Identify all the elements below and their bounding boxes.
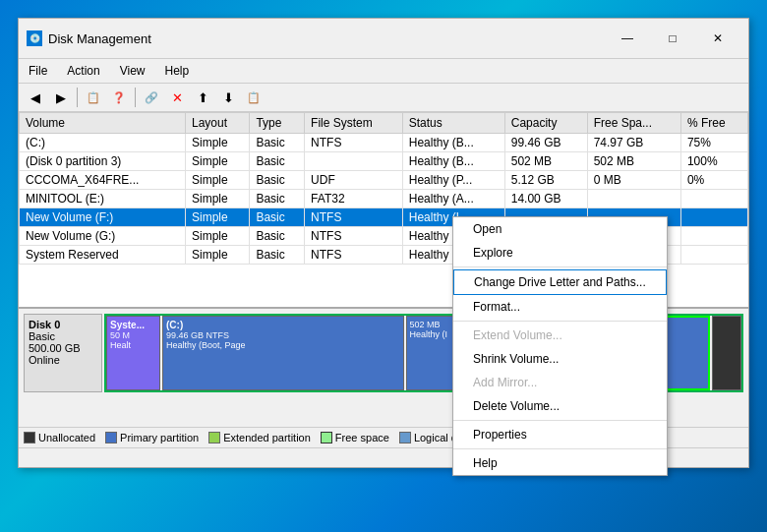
toolbar-btn-9[interactable]: 📋	[242, 87, 266, 108]
context-menu-item-change-drive[interactable]: Change Drive Letter and Paths...	[453, 269, 667, 295]
legend-unallocated-box	[24, 432, 35, 443]
table-cell: New Volume (G:)	[20, 227, 186, 246]
table-cell: Healthy (B...	[402, 152, 504, 171]
context-menu-separator	[453, 321, 667, 322]
col-pctfree[interactable]: % Free	[680, 113, 747, 134]
table-cell: 14.00 GB	[504, 190, 587, 208]
table-cell: Basic	[250, 246, 305, 265]
back-button[interactable]: ◀	[24, 87, 47, 108]
legend-unallocated: Unallocated	[24, 432, 95, 443]
toolbar-separator-1	[77, 88, 78, 107]
legend-extended-box	[208, 432, 220, 443]
col-volume[interactable]: Volume	[20, 113, 186, 134]
window-controls: — □ ✕	[605, 25, 740, 52]
col-type[interactable]: Type	[250, 113, 305, 134]
context-menu-item-explore[interactable]: Explore	[453, 241, 667, 265]
context-menu-item-delete[interactable]: Delete Volume...	[453, 394, 667, 418]
legend-logical-box	[399, 432, 411, 443]
toolbar-btn-4[interactable]: ❓	[107, 87, 131, 108]
legend-unallocated-label: Unallocated	[38, 432, 95, 443]
table-cell: Healthy (B...	[402, 134, 504, 152]
title-bar: 💿 Disk Management — □ ✕	[19, 19, 748, 59]
toolbar-btn-6[interactable]: ✕	[165, 87, 189, 108]
menu-bar: File Action View Help	[19, 59, 748, 84]
context-menu-item-open[interactable]: Open	[453, 217, 667, 241]
partition-system-name: Syste...	[110, 320, 156, 330]
table-cell: FAT32	[305, 190, 403, 208]
table-row[interactable]: CCCOMA_X64FRE...SimpleBasicUDFHealthy (P…	[20, 171, 748, 190]
table-cell: Basic	[250, 152, 305, 171]
table-cell: Healthy (P...	[402, 171, 504, 190]
table-cell: Simple	[185, 134, 249, 152]
table-cell: NTFS	[305, 246, 403, 265]
menu-file[interactable]: File	[19, 61, 57, 81]
context-menu-item-format[interactable]: Format...	[453, 295, 667, 319]
table-cell: 75%	[680, 134, 747, 152]
toolbar-btn-3[interactable]: 📋	[82, 87, 105, 108]
context-menu-item-properties[interactable]: Properties	[453, 423, 667, 446]
col-layout[interactable]: Layout	[185, 113, 249, 134]
table-cell	[680, 227, 747, 246]
legend-primary: Primary partition	[105, 432, 199, 443]
table-cell: Basic	[250, 171, 305, 190]
legend-extended-label: Extended partition	[223, 432, 311, 443]
table-cell: Basic	[250, 190, 305, 208]
toolbar-separator-2	[135, 88, 136, 107]
context-menu-separator	[453, 266, 667, 267]
context-menu-item-shrink[interactable]: Shrink Volume...	[453, 347, 667, 371]
legend-extended: Extended partition	[208, 432, 311, 443]
partition-unallocated	[712, 316, 741, 390]
menu-view[interactable]: View	[110, 61, 155, 81]
table-row[interactable]: (Disk 0 partition 3)SimpleBasicHealthy (…	[20, 152, 748, 171]
menu-help[interactable]: Help	[155, 61, 200, 81]
toolbar-btn-7[interactable]: ⬆	[191, 87, 214, 108]
table-cell: 0%	[680, 171, 747, 190]
context-menu-separator	[453, 448, 667, 449]
table-cell	[680, 190, 747, 208]
table-cell: Simple	[185, 152, 249, 171]
forward-button[interactable]: ▶	[49, 87, 73, 108]
table-cell: System Reserved	[20, 246, 186, 265]
table-cell: Basic	[250, 208, 305, 227]
context-menu: OpenExploreChange Drive Letter and Paths…	[452, 216, 668, 476]
col-status[interactable]: Status	[402, 113, 504, 134]
maximize-button[interactable]: □	[650, 25, 695, 52]
toolbar-btn-5[interactable]: 🔗	[140, 87, 163, 108]
partition-c[interactable]: (C:) 99.46 GB NTFS Healthy (Boot, Page	[162, 316, 404, 390]
disk-type: Basic	[29, 330, 97, 342]
disk-name: Disk 0	[29, 319, 97, 330]
table-cell: Simple	[185, 171, 249, 190]
partition-system-status: Healt	[110, 340, 156, 350]
table-cell: Simple	[185, 246, 249, 265]
col-filesystem[interactable]: File System	[305, 113, 403, 134]
table-cell: CCCOMA_X64FRE...	[20, 171, 186, 190]
table-cell	[305, 152, 403, 171]
partition-system[interactable]: Syste... 50 M Healt	[106, 316, 160, 390]
table-cell: Simple	[185, 190, 249, 208]
table-cell	[587, 190, 680, 208]
table-cell: NTFS	[305, 134, 403, 152]
app-icon: 💿	[27, 30, 42, 46]
menu-action[interactable]: Action	[57, 61, 109, 81]
table-row[interactable]: MINITOOL (E:)SimpleBasicFAT32Healthy (A.…	[20, 190, 748, 208]
minimize-button[interactable]: —	[605, 25, 650, 52]
context-menu-item-extend: Extend Volume...	[453, 324, 667, 347]
legend-primary-label: Primary partition	[120, 432, 199, 443]
table-cell: (C:)	[20, 134, 186, 152]
table-cell	[680, 246, 747, 265]
table-cell: NTFS	[305, 208, 403, 227]
col-freespace[interactable]: Free Spa...	[587, 113, 680, 134]
legend-freespace: Free space	[321, 432, 389, 443]
col-capacity[interactable]: Capacity	[504, 113, 587, 134]
table-cell: UDF	[305, 171, 403, 190]
table-row[interactable]: (C:)SimpleBasicNTFSHealthy (B...99.46 GB…	[20, 134, 748, 152]
table-cell: Simple	[185, 208, 249, 227]
table-cell: MINITOOL (E:)	[20, 190, 186, 208]
table-cell: New Volume (F:)	[20, 208, 186, 227]
table-header: Volume Layout Type File System Status Ca…	[20, 113, 748, 134]
close-button[interactable]: ✕	[695, 25, 740, 52]
toolbar-btn-8[interactable]: ⬇	[216, 87, 240, 108]
table-cell: Simple	[185, 227, 249, 246]
context-menu-item-help[interactable]: Help	[453, 451, 667, 475]
context-menu-separator	[453, 420, 667, 421]
